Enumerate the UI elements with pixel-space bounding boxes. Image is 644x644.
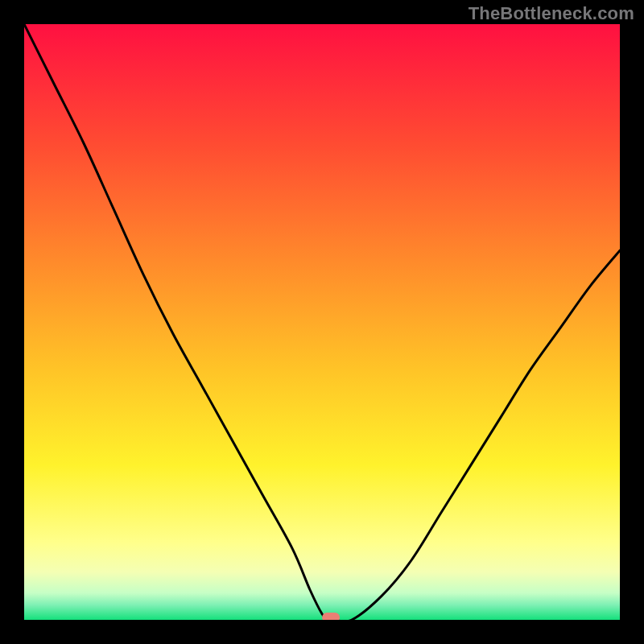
chart-svg (24, 24, 620, 620)
chart-frame: TheBottleneck.com (0, 0, 644, 644)
optimal-marker (322, 613, 340, 620)
chart-background (24, 24, 620, 620)
watermark-text: TheBottleneck.com (469, 3, 634, 24)
bottleneck-chart (24, 24, 620, 620)
